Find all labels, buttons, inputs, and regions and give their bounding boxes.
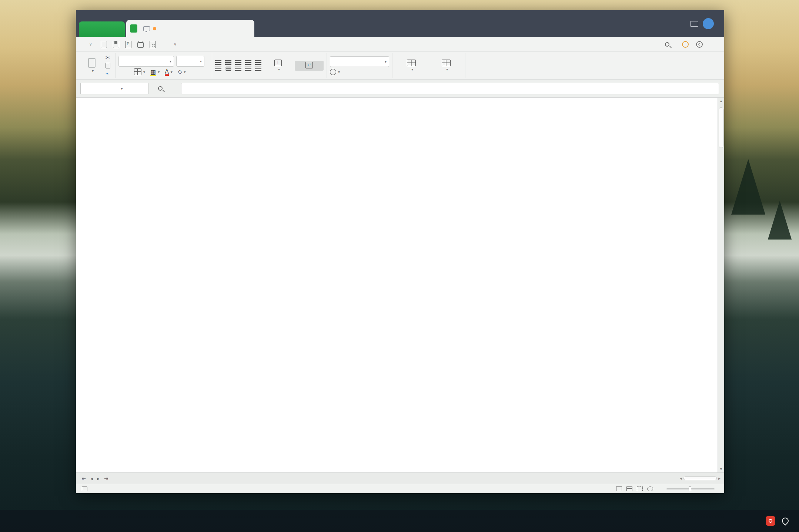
save-icon[interactable] [113,41,119,48]
wps-window: ∨ ∨ ▾ ✂ [76,10,724,493]
clear-format-button[interactable]: ◇▾ [178,68,186,75]
copy-icon [106,63,110,68]
export-pdf-icon[interactable] [125,41,131,48]
conditional-format-icon [407,60,416,66]
clipboard-group: ▾ ✂ ⌁ [78,53,116,78]
paste-icon [88,58,96,68]
brush-icon: ⌁ [106,70,109,77]
hscroll-right-icon[interactable]: ▸ [718,476,721,481]
tree-silhouette [731,159,765,215]
wps-app-tab[interactable] [79,21,125,37]
font-group: ▾ ▾ ▾ ▦▾ A▾ ◇▾ [116,53,212,78]
find-command[interactable] [665,41,675,48]
document-tab[interactable] [126,20,254,37]
decrease-indent-icon[interactable] [245,60,251,65]
formula-bar: ▾ [76,80,724,98]
currency-button[interactable]: ▾ [330,69,340,75]
align-right-icon[interactable] [235,67,241,71]
merge-center-icon [274,60,282,66]
fill-color-button[interactable]: ▦▾ [150,68,160,75]
sheet-tab-bar: ⇤ ◂ ▸ ⇥ ◂ ▸ [76,472,724,484]
scissors-icon: ✂ [106,54,110,61]
align-left-icon[interactable] [215,67,221,71]
hscroll-left-icon[interactable]: ◂ [680,476,682,481]
font-color-button[interactable]: A▾ [165,68,173,75]
search-icon [665,42,669,47]
zoom-slider[interactable] [666,488,715,489]
spreadsheet-doc-icon [130,24,137,33]
copy-button[interactable] [106,63,112,68]
font-color-icon: A [165,68,169,75]
conditional-format-button[interactable]: ▾ [395,60,427,71]
page-break-view-icon[interactable] [637,486,643,491]
titlebar [76,10,724,37]
tools-group [465,53,471,78]
currency-icon [330,69,336,75]
reading-view-icon[interactable] [647,486,653,491]
new-doc-icon[interactable] [101,41,107,48]
fill-color-icon: ▦ [150,68,156,75]
wrap-text-icon [305,62,313,68]
screenshot-tool-icon[interactable] [766,516,775,526]
font-name-select[interactable]: ▾ [118,56,174,67]
spreadsheet-grid[interactable]: ▲ ▼ [76,98,724,472]
scroll-up-icon[interactable]: ▲ [718,99,724,103]
paste-button[interactable]: ▾ [81,58,103,73]
justify-icon[interactable] [245,67,251,71]
styles-group: ▾ ▾ [392,53,465,78]
number-group: ▾ ▾ [327,53,392,78]
alignment-group: ▾ [212,53,327,78]
format-painter-button[interactable]: ⌁ [106,70,112,77]
taskbar [0,510,799,532]
vertical-scrollbar[interactable]: ▲ ▼ [718,98,724,472]
borders-icon [134,68,141,75]
number-format-select[interactable]: ▾ [330,56,389,67]
macro-record-icon[interactable] [82,486,87,491]
feedback-smiley-icon[interactable] [682,41,689,48]
align-center-icon[interactable] [225,67,231,71]
monitor-icon [143,26,150,31]
settings-gear-icon[interactable] [696,41,703,48]
avatar[interactable] [703,18,714,29]
notification-bell-icon[interactable] [780,516,790,525]
menubar: ∨ ∨ [76,37,724,52]
normal-view-icon[interactable] [616,486,622,491]
table-style-button[interactable]: ▾ [430,60,462,71]
unsaved-dot-icon [153,27,156,30]
last-sheet-icon[interactable]: ⇥ [104,476,108,481]
borders-button[interactable]: ▾ [134,68,145,75]
increase-indent-icon[interactable] [255,60,261,65]
page-layout-view-icon[interactable] [626,486,632,491]
quick-access-toolbar: ∨ [101,41,176,48]
tree-silhouette [768,201,792,240]
zoom-slider-handle[interactable] [689,486,691,491]
status-bar [76,484,724,493]
table-style-icon [442,60,451,66]
next-sheet-icon[interactable]: ▸ [97,476,100,481]
cut-button[interactable]: ✂ [106,54,112,61]
wrap-text-button[interactable] [295,61,324,71]
vertical-scroll-thumb[interactable] [719,107,723,148]
print-preview-icon[interactable] [150,41,156,48]
scroll-down-icon[interactable]: ▼ [718,467,724,471]
formula-input[interactable] [181,83,719,94]
align-top-icon[interactable] [215,60,221,65]
insert-function-search-icon[interactable] [158,86,163,91]
first-sheet-icon[interactable]: ⇤ [82,476,86,481]
eraser-icon: ◇ [178,68,182,75]
align-middle-icon[interactable] [225,60,231,65]
customize-toolbar-caret-icon[interactable]: ∨ [174,42,176,46]
horizontal-scroll-thumb[interactable] [683,477,717,480]
ribbon: ▾ ✂ ⌁ ▾ ▾ ▾ ▦▾ [76,52,724,80]
name-box[interactable]: ▾ [80,83,148,94]
prev-sheet-icon[interactable]: ◂ [90,476,93,481]
distribute-icon[interactable] [255,67,261,71]
presentation-icon[interactable] [690,21,698,27]
align-bottom-icon[interactable] [235,60,241,65]
print-icon[interactable] [137,42,144,48]
font-size-select[interactable]: ▾ [176,56,204,67]
merge-center-button[interactable]: ▾ [264,60,292,71]
file-caret-icon[interactable]: ∨ [89,42,92,46]
